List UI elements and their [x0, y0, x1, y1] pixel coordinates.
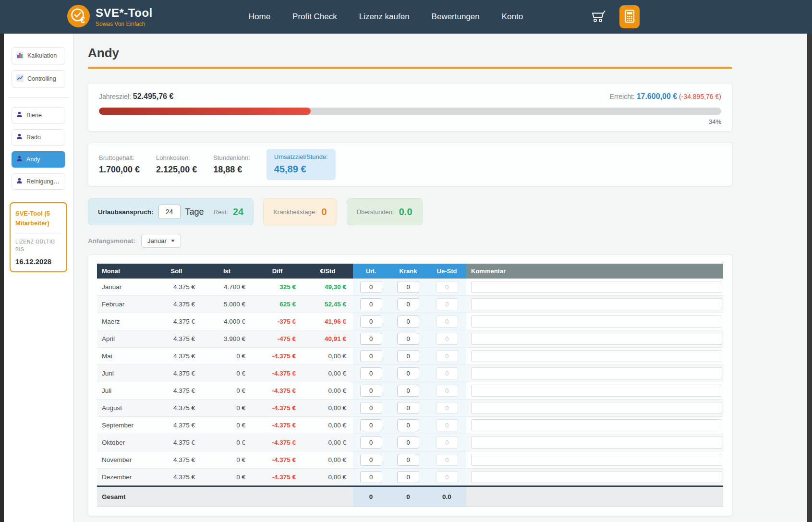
sidebar-item-controlling[interactable]: Controlling: [12, 70, 65, 87]
main-content: Andy Jahresziel: 52.495,76 € Erreicht: 1…: [73, 34, 807, 522]
ist-cell: 0 €: [202, 434, 252, 451]
nav-profit-check[interactable]: Profit Check: [292, 12, 337, 22]
table-row: April4.375 €3.900 €-475 €40,91 €: [97, 330, 723, 348]
comment-input[interactable]: [471, 437, 722, 449]
krank-input[interactable]: [397, 281, 419, 293]
nav-lizenz-kaufen[interactable]: Lizenz kaufen: [359, 12, 410, 22]
uestd-cell: [427, 348, 466, 365]
comment-input[interactable]: [471, 333, 722, 345]
url-cell: [353, 279, 389, 296]
month-cell: September: [97, 417, 151, 434]
uestd-input: [436, 437, 458, 449]
month-cell: Februar: [97, 296, 151, 313]
url-input[interactable]: [360, 402, 382, 414]
uestd-cell: [427, 434, 466, 451]
url-input[interactable]: [360, 298, 382, 310]
scrollbar[interactable]: [807, 34, 812, 522]
col-url: Url.: [353, 264, 389, 279]
cart-icon[interactable]: [591, 9, 607, 25]
ist-cell: 4.000 €: [202, 313, 252, 330]
sidebar-item-kalkulation[interactable]: Kalkulation: [12, 47, 65, 64]
krank-input[interactable]: [397, 454, 419, 466]
url-input[interactable]: [360, 281, 382, 293]
url-input[interactable]: [360, 316, 382, 328]
comment-input[interactable]: [471, 298, 722, 310]
url-input[interactable]: [360, 419, 382, 431]
estd-cell: 0,00 €: [303, 382, 353, 400]
soll-cell: 4.375 €: [151, 348, 202, 365]
krank-input[interactable]: [397, 437, 419, 449]
uestd-input: [436, 471, 458, 483]
month-cell: April: [97, 330, 151, 348]
month-cell: Juli: [97, 382, 151, 400]
comment-input[interactable]: [471, 471, 722, 483]
nav-konto[interactable]: Konto: [502, 12, 523, 22]
sick-days-label: Krankheitstage:: [273, 208, 316, 216]
url-input[interactable]: [360, 437, 382, 449]
brand[interactable]: € SVE*-Tool Sowas Von Einfach: [67, 5, 153, 29]
app-subtitle: Sowas Von Einfach: [96, 21, 153, 27]
table-row: Juni4.375 €0 €-4.375 €0,00 €: [97, 365, 723, 382]
url-input[interactable]: [360, 350, 382, 362]
diff-cell: 325 €: [252, 279, 303, 296]
sidebar-item-label: Andy: [26, 156, 40, 163]
comment-input[interactable]: [471, 367, 722, 379]
table-row: Mai4.375 €0 €-4.375 €0,00 €: [97, 348, 723, 365]
krank-input[interactable]: [397, 419, 419, 431]
total-comment-cell: [466, 486, 723, 507]
url-input[interactable]: [360, 454, 382, 466]
comment-input[interactable]: [471, 402, 722, 414]
soll-cell: 4.375 €: [151, 417, 202, 434]
uestd-input: [436, 316, 458, 328]
nav-bewertungen[interactable]: Bewertungen: [432, 12, 480, 22]
sidebar-employee-rado[interactable]: Rado: [12, 129, 65, 146]
sick-days-card: Krankheitstage: 0: [263, 198, 337, 225]
comment-input[interactable]: [471, 281, 722, 293]
comment-input[interactable]: [471, 350, 722, 362]
uestd-input: [436, 367, 458, 379]
url-input[interactable]: [360, 385, 382, 397]
sidebar-employee-andy[interactable]: Andy: [12, 151, 65, 168]
soll-cell: 4.375 €: [151, 296, 202, 313]
vacation-input[interactable]: [158, 205, 181, 219]
col-ist: Ist: [202, 264, 252, 279]
url-cell: [353, 451, 389, 469]
url-input[interactable]: [360, 367, 382, 379]
krank-input[interactable]: [397, 333, 419, 345]
krank-input[interactable]: [397, 385, 419, 397]
uestd-input: [436, 419, 458, 431]
nav-home[interactable]: Home: [249, 12, 270, 22]
url-input[interactable]: [360, 471, 382, 483]
url-input[interactable]: [360, 333, 382, 345]
krank-input[interactable]: [397, 298, 419, 310]
comment-cell: [466, 296, 723, 313]
uestd-cell: [427, 417, 466, 434]
vacation-card: Urlaubsanspruch: Tage Rest: 24: [88, 198, 254, 225]
month-cell: November: [97, 451, 151, 469]
krank-input[interactable]: [397, 402, 419, 414]
comment-input[interactable]: [471, 419, 722, 431]
sidebar-employee-biene[interactable]: Biene: [12, 107, 65, 123]
krank-input[interactable]: [397, 316, 419, 328]
sidebar-employee-reinigungs[interactable]: Reinigungs...: [12, 173, 65, 190]
comment-input[interactable]: [471, 316, 722, 328]
month-cell: Mai: [97, 348, 151, 365]
navbar: € SVE*-Tool Sowas Von Einfach Home Profi…: [0, 0, 812, 34]
table-row: Oktober4.375 €0 €-4.375 €0,00 €: [97, 434, 723, 451]
calculator-button[interactable]: [619, 5, 640, 28]
goal-card: Jahresziel: 52.495,76 € Erreicht: 17.600…: [88, 83, 732, 132]
stat-label: Umsatzziel/Stunde:: [274, 153, 328, 160]
comment-cell: [466, 400, 723, 417]
comment-input[interactable]: [471, 454, 722, 466]
diff-cell: -4.375 €: [252, 348, 303, 365]
krank-input[interactable]: [397, 367, 419, 379]
sidebar-item-label: Rado: [26, 134, 41, 141]
krank-input[interactable]: [397, 350, 419, 362]
krank-input[interactable]: [397, 471, 419, 483]
license-valid-label: LIZENZ GÜLTIG BIS: [15, 238, 61, 254]
url-cell: [353, 434, 389, 451]
uestd-input: [436, 385, 458, 397]
comment-input[interactable]: [471, 385, 722, 397]
stat-label: Bruttogehalt:: [99, 154, 140, 161]
start-month-select[interactable]: Januar: [141, 234, 181, 248]
